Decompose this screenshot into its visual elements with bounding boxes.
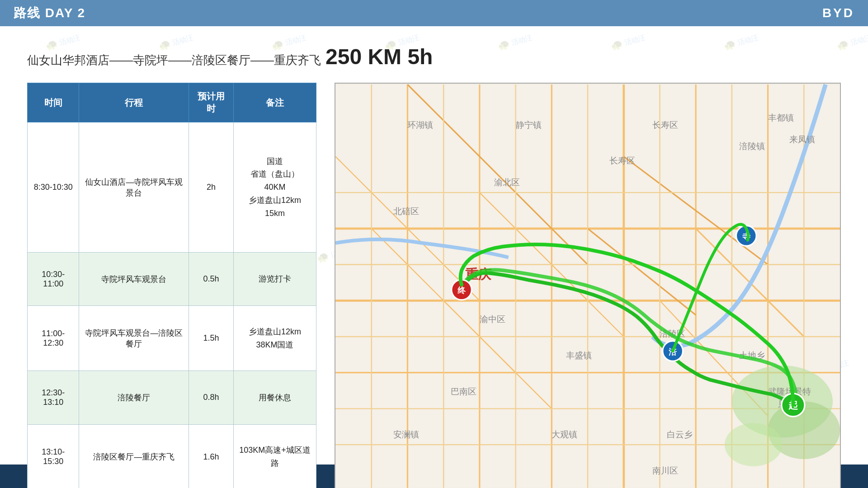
cell-notes: 用餐休息 (233, 371, 316, 424)
table-row: 13:10-15:30涪陵区餐厅—重庆齐飞1.6h103KM高速+城区道路 (28, 424, 316, 488)
svg-text:渝北区: 渝北区 (494, 178, 520, 187)
table-row: 12:30-13:10涪陵餐厅0.8h用餐休息 (28, 371, 316, 424)
cell-notes: 国道 省道（盘山） 40KM 乡道盘山12km 15km (233, 122, 316, 253)
main-content: 仙女山华邦酒店——寺院坪——涪陵区餐厅——重庆齐飞 250 KM 5h 时间 行… (0, 26, 868, 488)
svg-text:北碚区: 北碚区 (393, 206, 419, 216)
cell-itinerary: 涪陵区餐厅—重庆齐飞 (79, 424, 189, 488)
col-header-time: 时间 (28, 83, 79, 122)
col-header-itinerary: 行程 (79, 83, 189, 122)
route-map: 重庆 北碚区 渝北区 长寿区 涪陵镇 来凤镇 渝中区 巴南区 丰盛镇 涪陵区 土… (335, 84, 840, 488)
svg-text:渝中区: 渝中区 (480, 314, 505, 324)
cell-time: 13:10-15:30 (28, 424, 79, 488)
cell-time: 12:30-13:10 (28, 371, 79, 424)
cell-itinerary: 仙女山酒店—寺院坪风车观景台 (79, 122, 189, 253)
svg-text:巴南区: 巴南区 (451, 387, 476, 396)
svg-text:南川区: 南川区 (652, 466, 678, 475)
cell-time: 8:30-10:30 (28, 122, 79, 253)
col-header-notes: 备注 (233, 83, 316, 122)
content-area: 时间 行程 预计用时 备注 8:30-10:30仙女山酒店—寺院坪风车观景台2h… (27, 83, 841, 488)
svg-text:来凤镇: 来凤镇 (789, 135, 815, 144)
cell-itinerary: 寺院坪风车观景台 (79, 253, 189, 306)
route-title-row: 仙女山华邦酒店——寺院坪——涪陵区餐厅——重庆齐飞 250 KM 5h (27, 44, 841, 69)
cell-notes: 游览打卡 (233, 253, 316, 306)
svg-text:长寿区: 长寿区 (652, 120, 678, 130)
svg-text:安澜镇: 安澜镇 (393, 430, 419, 439)
table-header-row: 时间 行程 预计用时 备注 (28, 83, 316, 122)
table-row: 10:30-11:00寺院坪风车观景台0.5h游览打卡 (28, 253, 316, 306)
svg-text:终: 终 (457, 286, 466, 295)
svg-text:环湖镇: 环湖镇 (407, 120, 433, 130)
cell-itinerary: 涪陵餐厅 (79, 371, 189, 424)
header: 路线 DAY 2 BYD (0, 0, 868, 26)
cell-time: 11:00-12:30 (28, 306, 79, 371)
cell-duration: 2h (189, 122, 233, 253)
map-container: 重庆 北碚区 渝北区 长寿区 涪陵镇 来凤镇 渝中区 巴南区 丰盛镇 涪陵区 土… (335, 83, 841, 488)
schedule-table: 时间 行程 预计用时 备注 8:30-10:30仙女山酒店—寺院坪风车观景台2h… (27, 83, 316, 488)
svg-text:大观镇: 大观镇 (552, 430, 577, 439)
table-row: 8:30-10:30仙女山酒店—寺院坪风车观景台2h国道 省道（盘山） 40KM… (28, 122, 316, 253)
cell-duration: 0.8h (189, 371, 233, 424)
page-title: 路线 DAY 2 (14, 5, 85, 22)
route-description: 仙女山华邦酒店——寺院坪——涪陵区餐厅——重庆齐飞 (27, 52, 321, 68)
svg-text:丰都镇: 丰都镇 (768, 113, 794, 122)
cell-duration: 1.5h (189, 306, 233, 371)
cell-itinerary: 寺院坪风车观景台—涪陵区餐厅 (79, 306, 189, 371)
svg-text:丰盛镇: 丰盛镇 (566, 351, 592, 360)
svg-point-33 (725, 423, 783, 466)
cell-duration: 1.6h (189, 424, 233, 488)
cell-duration: 0.5h (189, 253, 233, 306)
table-row: 11:00-12:30寺院坪风车观景台—涪陵区餐厅1.5h乡道盘山12km 38… (28, 306, 316, 371)
svg-text:长寿区: 长寿区 (609, 156, 635, 165)
svg-text:静宁镇: 静宁镇 (516, 120, 542, 130)
cell-notes: 103KM高速+城区道路 (233, 424, 316, 488)
svg-text:涪陵镇: 涪陵镇 (739, 141, 765, 151)
col-header-duration: 预计用时 (189, 83, 233, 122)
byd-logo: BYD (822, 6, 854, 20)
svg-text:白云乡: 白云乡 (667, 430, 693, 439)
route-distance: 250 KM 5h (326, 44, 433, 69)
cell-time: 10:30-11:00 (28, 253, 79, 306)
cell-notes: 乡道盘山12km 38KM国道 (233, 306, 316, 371)
